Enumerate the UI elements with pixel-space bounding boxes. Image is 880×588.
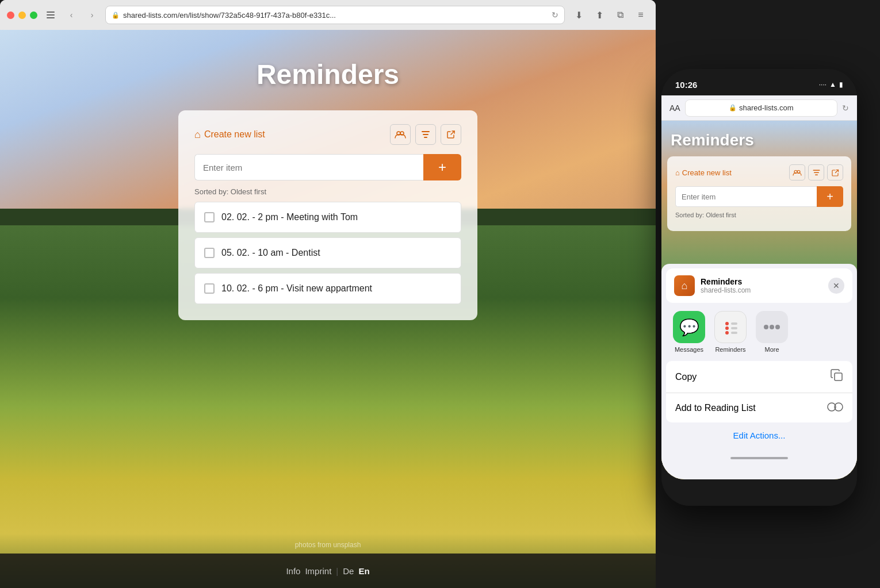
reading-list-action[interactable]: Add to Reading List <box>666 393 852 422</box>
add-item-button[interactable]: + <box>423 154 461 180</box>
header-icons <box>390 124 461 145</box>
list-item[interactable]: 05. 02. - 10 am - Dentist <box>194 237 461 268</box>
reminders-icon <box>714 311 747 343</box>
iphone-add-button[interactable]: + <box>817 186 843 207</box>
iphone-header-icons <box>789 164 843 180</box>
page-content: Reminders ⌂ Create new list <box>0 30 656 588</box>
home-icon: ⌂ <box>194 129 201 141</box>
share-app-more[interactable]: More <box>756 311 788 353</box>
back-button[interactable]: ‹ <box>64 7 79 22</box>
download-button[interactable]: ⬇ <box>571 7 587 23</box>
minimize-button[interactable] <box>18 11 26 19</box>
svg-point-14 <box>725 326 729 330</box>
list-item[interactable]: 10. 02. - 6 pm - Visit new appartment <box>194 273 461 304</box>
reading-list-icon <box>827 401 843 414</box>
share-app-reminders[interactable]: Reminders <box>714 311 747 353</box>
copy-label: Copy <box>675 372 697 382</box>
list-card: ⌂ Create new list <box>178 110 477 320</box>
list-items: 02. 02. - 2 pm - Meeting with Tom 05. 02… <box>194 202 461 304</box>
close-button[interactable] <box>7 11 14 19</box>
forward-button[interactable]: › <box>85 7 100 22</box>
share-sheet-title: Reminders <box>701 277 822 286</box>
signal-icon: ···· <box>819 80 827 89</box>
svg-rect-2 <box>47 17 55 18</box>
item-text-1: 02. 02. - 2 pm - Meeting with Tom <box>221 212 358 222</box>
share-actions: Copy Add to Reading List <box>666 361 852 422</box>
iphone-add-row: + <box>675 186 843 207</box>
svg-rect-16 <box>731 322 737 325</box>
traffic-lights <box>7 11 37 19</box>
footer-en-link[interactable]: En <box>358 566 369 576</box>
external-link-button[interactable] <box>441 124 461 145</box>
svg-rect-12 <box>815 174 818 175</box>
share-app-icon: ⌂ <box>674 275 695 296</box>
messages-label: Messages <box>675 346 703 353</box>
svg-rect-17 <box>731 327 737 329</box>
people-icon-button[interactable] <box>390 124 411 145</box>
tabs-button[interactable]: ⧉ <box>612 7 628 23</box>
share-apps-row: 💬 Messages <box>661 303 857 361</box>
iphone-safari-bar: AA 🔒 shared-lists.com ↻ <box>661 95 857 121</box>
sidebar-toggle-button[interactable] <box>43 7 58 22</box>
list-item[interactable]: 02. 02. - 2 pm - Meeting with Tom <box>194 202 461 233</box>
iphone-create-new-link[interactable]: ⌂ Create new list <box>675 168 732 177</box>
lock-icon: 🔒 <box>112 11 120 19</box>
iphone-card-header: ⌂ Create new list <box>675 164 843 180</box>
edit-actions-link[interactable]: Edit Actions... <box>661 422 857 448</box>
iphone-status-bar: 10:26 ···· ▲ ▮ <box>661 69 857 95</box>
reload-button[interactable]: ↻ <box>552 10 558 20</box>
item-text-2: 05. 02. - 10 am - Dentist <box>221 248 320 258</box>
iphone-external-button[interactable] <box>827 164 843 180</box>
add-item-input[interactable] <box>194 154 423 180</box>
card-header: ⌂ Create new list <box>194 124 461 145</box>
svg-rect-7 <box>424 137 427 138</box>
share-sheet-domain: shared-lists.com <box>701 286 822 294</box>
iphone-status-icons: ···· ▲ ▮ <box>819 80 843 89</box>
copy-action[interactable]: Copy <box>666 361 852 393</box>
reading-list-label: Add to Reading List <box>675 403 756 413</box>
iphone-add-input[interactable] <box>675 186 817 207</box>
sort-icon-button[interactable] <box>415 124 436 145</box>
iphone-sort-button[interactable] <box>808 164 824 180</box>
footer-imprint-link[interactable]: Imprint <box>305 566 331 576</box>
item-text-3: 10. 02. - 6 pm - Visit new appartment <box>221 283 372 294</box>
iphone-reload-button[interactable]: ↻ <box>842 103 849 113</box>
iphone-people-button[interactable] <box>789 164 805 180</box>
item-checkbox-3[interactable] <box>204 283 215 294</box>
page-title: Reminders <box>257 59 399 90</box>
footer-info-link[interactable]: Info <box>286 566 300 576</box>
svg-rect-1 <box>47 14 55 16</box>
browser-actions: ⬇ ⬆ ⧉ ≡ <box>571 7 649 23</box>
aa-text[interactable]: AA <box>669 103 680 113</box>
create-new-list-link[interactable]: ⌂ Create new list <box>194 129 265 141</box>
page-footer: Info Imprint | De En <box>0 554 656 588</box>
address-bar[interactable]: 🔒 shared-lists.com/en/list/show/732a5c48… <box>105 6 565 24</box>
share-sheet-close-button[interactable]: ✕ <box>828 278 844 294</box>
messages-icon: 💬 <box>673 311 705 343</box>
photos-credit: photos from unsplash <box>295 541 361 549</box>
menu-button[interactable]: ≡ <box>633 7 649 23</box>
item-checkbox-1[interactable] <box>204 212 215 222</box>
share-app-messages[interactable]: 💬 Messages <box>673 311 705 353</box>
url-text: shared-lists.com/en/list/show/732a5c48-9… <box>123 11 548 20</box>
copy-icon <box>831 369 843 385</box>
add-item-row: + <box>194 154 461 180</box>
battery-icon: ▮ <box>839 80 843 89</box>
iphone-address-bar[interactable]: 🔒 shared-lists.com <box>685 99 837 117</box>
svg-point-15 <box>725 331 729 335</box>
svg-rect-0 <box>47 11 55 13</box>
share-button[interactable]: ⬆ <box>591 7 607 23</box>
iphone-bottom-bar <box>661 479 857 506</box>
svg-point-24 <box>835 403 843 411</box>
svg-rect-5 <box>422 131 430 132</box>
iphone-home-icon: ⌂ <box>675 168 680 177</box>
fullscreen-button[interactable] <box>30 11 37 19</box>
svg-rect-6 <box>423 134 428 135</box>
svg-rect-18 <box>731 332 737 334</box>
svg-point-19 <box>764 325 768 329</box>
share-sheet: ⌂ Reminders shared-lists.com ✕ 💬 Message… <box>661 264 857 479</box>
sort-label: Sorted by: Oldest first <box>194 187 461 196</box>
share-sheet-header: ⌂ Reminders shared-lists.com ✕ <box>666 268 852 303</box>
item-checkbox-2[interactable] <box>204 248 215 258</box>
footer-de-link[interactable]: De <box>343 566 354 576</box>
